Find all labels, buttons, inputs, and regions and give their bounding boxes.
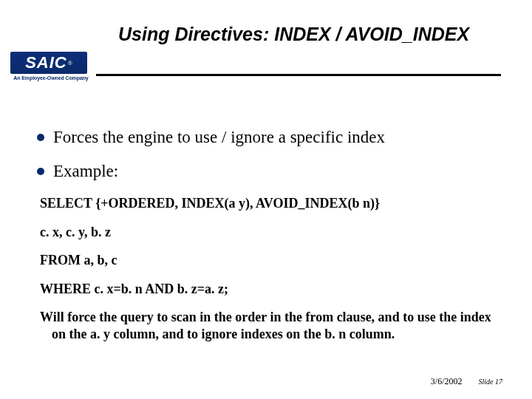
logo-box: SAIC® — [10, 52, 87, 74]
code-line: SELECT {+ORDERED, INDEX(a y), AVOID_INDE… — [40, 195, 498, 212]
code-line: c. x, c. y, b. z — [40, 224, 498, 241]
logo-registered-icon: ® — [68, 60, 72, 66]
logo: SAIC® An Employee-Owned Company — [10, 52, 92, 81]
code-line: FROM a, b, c — [40, 252, 498, 269]
bullet-item: Forces the engine to use / ignore a spec… — [37, 127, 498, 148]
bullet-item: Example: — [37, 161, 498, 182]
logo-text: SAIC — [25, 53, 67, 72]
bullet-text: Example: — [53, 161, 118, 182]
bullet-icon — [37, 134, 44, 141]
divider — [96, 74, 501, 76]
slide-title: Using Directives: INDEX / AVOID_INDEX — [118, 24, 502, 45]
bullet-icon — [37, 168, 44, 175]
footer: 3/6/2002 Slide 17 — [431, 376, 502, 387]
bullet-text: Forces the engine to use / ignore a spec… — [53, 127, 385, 148]
explanation-text: Will force the query to scan in the orde… — [40, 309, 498, 343]
slide-body: Forces the engine to use / ignore a spec… — [37, 127, 498, 343]
code-line: WHERE c. x=b. n AND b. z=a. z; — [40, 281, 498, 298]
logo-tagline: An Employee-Owned Company — [10, 75, 92, 81]
footer-slide-number: Slide 17 — [479, 378, 503, 386]
footer-date: 3/6/2002 — [431, 376, 463, 387]
slide: Using Directives: INDEX / AVOID_INDEX SA… — [0, 0, 532, 399]
